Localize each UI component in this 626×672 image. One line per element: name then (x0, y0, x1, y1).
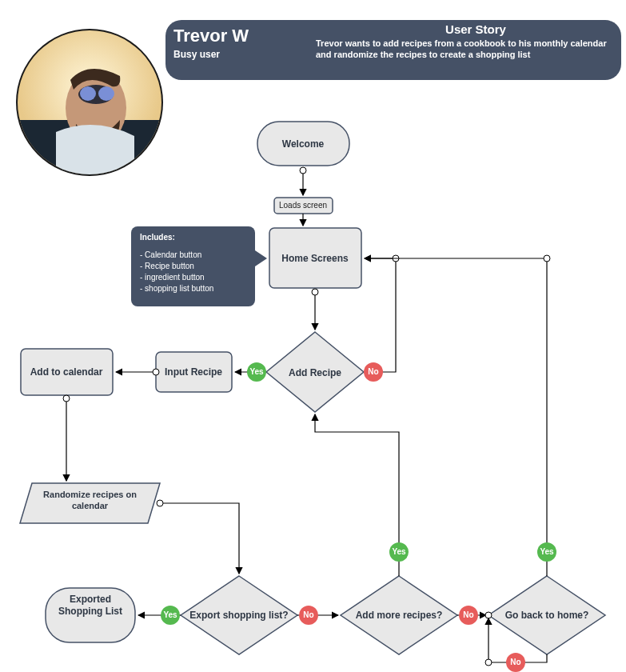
svg-point-24 (312, 289, 318, 295)
persona-name: Trevor W (173, 26, 249, 46)
story-header: User Story (445, 22, 507, 36)
svg-text:Home Screens: Home Screens (281, 253, 349, 264)
svg-point-40 (544, 255, 550, 262)
svg-text:Yes: Yes (540, 547, 554, 556)
svg-text:Add to calendar: Add to calendar (30, 366, 103, 378)
svg-text:Go back to home?: Go back to home? (505, 610, 589, 621)
svg-point-29 (63, 395, 70, 402)
svg-text:- ingredient button: - ingredient button (140, 273, 205, 282)
svg-text:No: No (463, 610, 473, 619)
svg-text:Input Recipe: Input Recipe (165, 366, 222, 378)
svg-text:Add more recipes?: Add more recipes? (356, 610, 443, 621)
svg-point-30 (157, 500, 163, 506)
svg-text:- Calendar button: - Calendar button (140, 250, 201, 259)
svg-text:No: No (303, 610, 313, 619)
svg-text:No: No (510, 658, 520, 666)
svg-text:- Recipe button: - Recipe button (140, 262, 194, 270)
svg-text:Includes:: Includes: (140, 233, 175, 242)
svg-text:Yes: Yes (163, 610, 177, 619)
callout-includes: Includes: - Calendar button - Recipe but… (131, 226, 267, 306)
story-body: Trevor wants to add recipes from a cookb… (316, 38, 612, 61)
svg-point-43 (485, 659, 492, 666)
svg-text:Add Recipe: Add Recipe (289, 367, 341, 378)
svg-point-5 (80, 86, 96, 101)
svg-point-6 (98, 86, 114, 101)
svg-text:No: No (368, 367, 378, 376)
svg-text:Welcome: Welcome (282, 138, 325, 150)
svg-text:Yes: Yes (249, 367, 264, 376)
svg-point-23 (300, 167, 306, 174)
flow-diagram: Trevor W Busy user User Story Trevor wan… (0, 0, 626, 672)
persona-role: Busy user (173, 49, 220, 60)
svg-text:Export shopping list?: Export shopping list? (189, 610, 288, 621)
svg-marker-8 (255, 250, 267, 266)
svg-text:- shopping list button: - shopping list button (140, 284, 213, 293)
svg-text:Yes: Yes (392, 547, 406, 556)
svg-point-26 (153, 369, 159, 375)
svg-point-37 (485, 612, 492, 618)
svg-text:Loads screen: Loads screen (279, 201, 327, 210)
